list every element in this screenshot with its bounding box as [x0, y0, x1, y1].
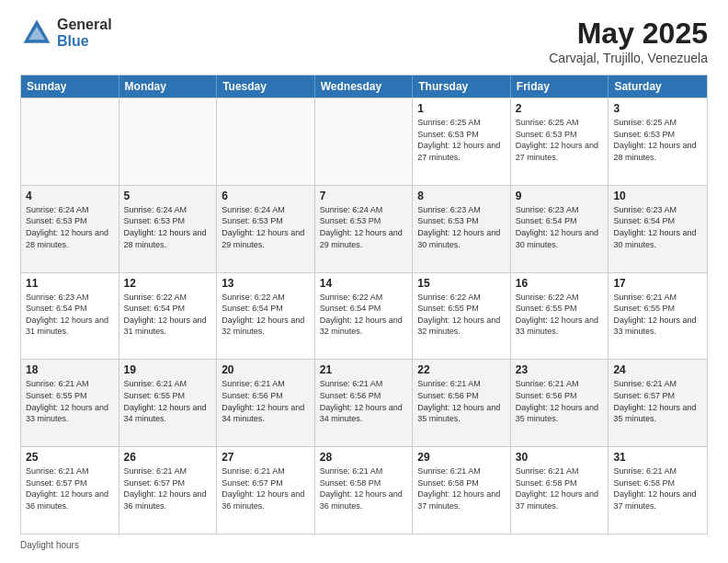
- header: General Blue May 2025 Carvajal, Trujillo…: [20, 17, 708, 65]
- day-number: 7: [320, 190, 408, 202]
- calendar-cell: 3Sunrise: 6:25 AMSunset: 6:53 PMDaylight…: [609, 98, 707, 185]
- month-title: May 2025: [549, 17, 708, 51]
- day-info: Sunrise: 6:21 AMSunset: 6:58 PMDaylight:…: [516, 465, 604, 511]
- calendar-row: 11Sunrise: 6:23 AMSunset: 6:54 PMDayligh…: [21, 272, 707, 360]
- day-number: 18: [26, 363, 114, 376]
- calendar-cell: 9Sunrise: 6:23 AMSunset: 6:54 PMDaylight…: [511, 186, 609, 272]
- day-number: 19: [124, 363, 212, 376]
- day-number: 11: [26, 277, 114, 290]
- day-info: Sunrise: 6:21 AMSunset: 6:56 PMDaylight:…: [516, 378, 604, 424]
- day-number: 28: [320, 451, 408, 464]
- day-info: Sunrise: 6:21 AMSunset: 6:55 PMDaylight:…: [613, 292, 702, 338]
- calendar-row: 4Sunrise: 6:24 AMSunset: 6:53 PMDaylight…: [21, 185, 707, 272]
- day-number: 6: [222, 190, 310, 202]
- day-info: Sunrise: 6:21 AMSunset: 6:57 PMDaylight:…: [222, 465, 310, 511]
- logo-text: General Blue: [57, 17, 112, 49]
- calendar-cell: 7Sunrise: 6:24 AMSunset: 6:53 PMDaylight…: [315, 186, 414, 272]
- day-number: 14: [320, 277, 408, 290]
- day-info: Sunrise: 6:21 AMSunset: 6:58 PMDaylight:…: [417, 465, 506, 511]
- calendar-cell: 1Sunrise: 6:25 AMSunset: 6:53 PMDaylight…: [413, 98, 511, 185]
- calendar-header-cell: Saturday: [609, 75, 707, 98]
- calendar-header-cell: Wednesday: [315, 75, 414, 98]
- calendar-cell: 20Sunrise: 6:21 AMSunset: 6:56 PMDayligh…: [217, 360, 315, 446]
- calendar-cell: 25Sunrise: 6:21 AMSunset: 6:57 PMDayligh…: [21, 447, 119, 534]
- day-number: 3: [613, 102, 702, 115]
- calendar-cell: 21Sunrise: 6:21 AMSunset: 6:56 PMDayligh…: [315, 360, 414, 446]
- day-number: 25: [26, 451, 114, 464]
- day-number: 31: [613, 451, 702, 464]
- day-info: Sunrise: 6:21 AMSunset: 6:57 PMDaylight:…: [613, 378, 702, 424]
- day-info: Sunrise: 6:21 AMSunset: 6:58 PMDaylight:…: [320, 465, 408, 511]
- day-number: 13: [222, 277, 310, 290]
- day-number: 4: [26, 190, 114, 202]
- day-info: Sunrise: 6:23 AMSunset: 6:54 PMDaylight:…: [516, 204, 604, 250]
- day-info: Sunrise: 6:24 AMSunset: 6:53 PMDaylight:…: [320, 204, 408, 250]
- page: General Blue May 2025 Carvajal, Trujillo…: [0, 0, 728, 563]
- calendar-cell: 15Sunrise: 6:22 AMSunset: 6:55 PMDayligh…: [413, 273, 511, 360]
- title-block: May 2025 Carvajal, Trujillo, Venezuela: [549, 17, 708, 65]
- day-number: 22: [417, 363, 506, 376]
- calendar-cell: 29Sunrise: 6:21 AMSunset: 6:58 PMDayligh…: [413, 447, 511, 534]
- day-number: 9: [516, 190, 604, 202]
- calendar-cell: 26Sunrise: 6:21 AMSunset: 6:57 PMDayligh…: [119, 447, 218, 534]
- logo-blue: Blue: [57, 33, 112, 50]
- calendar-cell: 2Sunrise: 6:25 AMSunset: 6:53 PMDaylight…: [511, 98, 609, 185]
- calendar-header-cell: Tuesday: [217, 75, 315, 98]
- calendar-cell: 5Sunrise: 6:24 AMSunset: 6:53 PMDaylight…: [119, 186, 218, 272]
- day-number: 20: [222, 363, 310, 376]
- day-info: Sunrise: 6:21 AMSunset: 6:55 PMDaylight:…: [124, 378, 212, 424]
- day-info: Sunrise: 6:25 AMSunset: 6:53 PMDaylight:…: [516, 117, 604, 163]
- day-number: 8: [417, 190, 506, 202]
- day-info: Sunrise: 6:22 AMSunset: 6:55 PMDaylight:…: [417, 292, 506, 338]
- calendar-cell: 19Sunrise: 6:21 AMSunset: 6:55 PMDayligh…: [119, 360, 218, 446]
- calendar-header-cell: Friday: [511, 75, 609, 98]
- day-info: Sunrise: 6:21 AMSunset: 6:56 PMDaylight:…: [320, 378, 408, 424]
- day-number: 12: [124, 277, 212, 290]
- calendar-cell: 16Sunrise: 6:22 AMSunset: 6:55 PMDayligh…: [511, 273, 609, 360]
- day-info: Sunrise: 6:22 AMSunset: 6:55 PMDaylight:…: [516, 292, 604, 338]
- calendar-cell: 31Sunrise: 6:21 AMSunset: 6:58 PMDayligh…: [609, 447, 707, 534]
- logo-general: General: [57, 17, 112, 33]
- day-number: 10: [613, 190, 702, 202]
- calendar: SundayMondayTuesdayWednesdayThursdayFrid…: [20, 75, 708, 534]
- day-info: Sunrise: 6:21 AMSunset: 6:57 PMDaylight:…: [26, 465, 114, 511]
- day-info: Sunrise: 6:21 AMSunset: 6:57 PMDaylight:…: [124, 465, 212, 511]
- calendar-cell: 6Sunrise: 6:24 AMSunset: 6:53 PMDaylight…: [217, 186, 315, 272]
- calendar-cell: 28Sunrise: 6:21 AMSunset: 6:58 PMDayligh…: [315, 447, 414, 534]
- daylight-label: Daylight hours: [20, 540, 79, 550]
- calendar-cell: 24Sunrise: 6:21 AMSunset: 6:57 PMDayligh…: [609, 360, 707, 446]
- calendar-cell: 4Sunrise: 6:24 AMSunset: 6:53 PMDaylight…: [21, 186, 119, 272]
- calendar-cell: 11Sunrise: 6:23 AMSunset: 6:54 PMDayligh…: [21, 273, 119, 360]
- calendar-body: 1Sunrise: 6:25 AMSunset: 6:53 PMDaylight…: [21, 98, 707, 534]
- logo-icon: [20, 17, 53, 50]
- day-info: Sunrise: 6:22 AMSunset: 6:54 PMDaylight:…: [124, 292, 212, 338]
- calendar-cell: [21, 98, 119, 185]
- day-number: 29: [417, 451, 506, 464]
- day-info: Sunrise: 6:21 AMSunset: 6:56 PMDaylight:…: [417, 378, 506, 424]
- location: Carvajal, Trujillo, Venezuela: [549, 51, 708, 65]
- day-number: 5: [124, 190, 212, 202]
- calendar-row: 18Sunrise: 6:21 AMSunset: 6:55 PMDayligh…: [21, 359, 707, 446]
- calendar-header-cell: Monday: [119, 75, 218, 98]
- calendar-header-cell: Sunday: [21, 75, 119, 98]
- day-number: 30: [516, 451, 604, 464]
- day-info: Sunrise: 6:24 AMSunset: 6:53 PMDaylight:…: [26, 204, 114, 250]
- calendar-cell: 14Sunrise: 6:22 AMSunset: 6:54 PMDayligh…: [315, 273, 414, 360]
- calendar-cell: [217, 98, 315, 185]
- logo: General Blue: [20, 17, 112, 50]
- day-info: Sunrise: 6:25 AMSunset: 6:53 PMDaylight:…: [417, 117, 506, 163]
- calendar-cell: 12Sunrise: 6:22 AMSunset: 6:54 PMDayligh…: [119, 273, 218, 360]
- day-info: Sunrise: 6:22 AMSunset: 6:54 PMDaylight:…: [222, 292, 310, 338]
- day-info: Sunrise: 6:21 AMSunset: 6:58 PMDaylight:…: [613, 465, 702, 511]
- calendar-row: 25Sunrise: 6:21 AMSunset: 6:57 PMDayligh…: [21, 446, 707, 534]
- calendar-cell: 22Sunrise: 6:21 AMSunset: 6:56 PMDayligh…: [413, 360, 511, 446]
- day-number: 17: [613, 277, 702, 290]
- day-info: Sunrise: 6:24 AMSunset: 6:53 PMDaylight:…: [124, 204, 212, 250]
- calendar-header-cell: Thursday: [413, 75, 511, 98]
- footer: Daylight hours: [20, 540, 708, 550]
- day-info: Sunrise: 6:23 AMSunset: 6:53 PMDaylight:…: [417, 204, 506, 250]
- calendar-cell: 17Sunrise: 6:21 AMSunset: 6:55 PMDayligh…: [609, 273, 707, 360]
- day-info: Sunrise: 6:21 AMSunset: 6:56 PMDaylight:…: [222, 378, 310, 424]
- calendar-cell: 10Sunrise: 6:23 AMSunset: 6:54 PMDayligh…: [609, 186, 707, 272]
- day-number: 16: [516, 277, 604, 290]
